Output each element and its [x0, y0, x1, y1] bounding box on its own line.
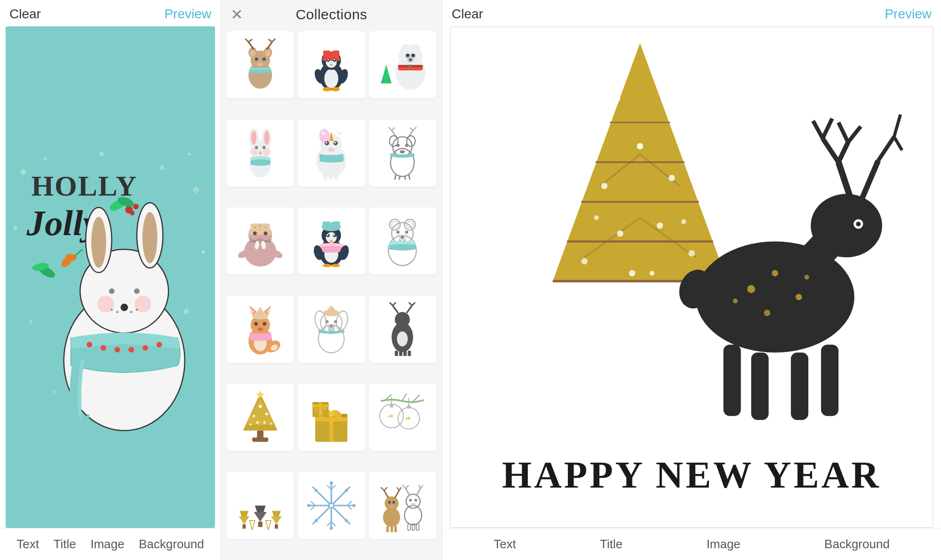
svg-point-136 [397, 144, 400, 147]
svg-point-231 [263, 421, 266, 424]
svg-rect-220 [395, 351, 398, 356]
svg-rect-322 [408, 524, 411, 530]
svg-line-315 [406, 485, 409, 489]
svg-rect-67 [250, 68, 271, 70]
svg-point-243 [329, 411, 334, 417]
collection-item-trees-row[interactable] [227, 472, 294, 539]
left-image-button[interactable]: Image [90, 537, 124, 552]
collections-header: ✕ Collections [221, 0, 442, 27]
collection-item-reindeer[interactable] [227, 31, 294, 98]
svg-line-314 [402, 485, 406, 489]
svg-point-289 [330, 481, 333, 485]
svg-line-61 [272, 39, 276, 42]
svg-point-176 [331, 264, 340, 268]
svg-text:HAPPY NEW YEAR: HAPPY NEW YEAR [502, 454, 881, 496]
collection-item-penguin2[interactable] [298, 207, 365, 275]
svg-point-64 [263, 58, 266, 61]
left-text-button[interactable]: Text [16, 537, 39, 552]
collection-item-snowflake[interactable] [298, 472, 365, 539]
collection-item-gifts[interactable] [298, 384, 365, 451]
svg-point-92 [406, 54, 409, 57]
collection-item-rabbit[interactable] [227, 119, 294, 187]
svg-point-320 [415, 499, 417, 502]
svg-marker-262 [239, 516, 250, 524]
svg-point-197 [263, 322, 267, 326]
svg-text:❄: ❄ [13, 225, 18, 232]
svg-line-300 [381, 487, 384, 490]
svg-rect-308 [386, 526, 389, 532]
collection-item-deer2[interactable] [369, 296, 436, 363]
close-button[interactable]: ✕ [231, 7, 243, 22]
svg-point-33 [120, 304, 128, 311]
collection-item-polar-bear[interactable] [369, 207, 436, 275]
svg-line-142 [409, 174, 410, 180]
svg-point-306 [392, 501, 395, 504]
svg-point-373 [856, 221, 861, 226]
svg-line-219 [409, 302, 412, 306]
svg-point-367 [772, 270, 778, 276]
right-preview-button[interactable]: Preview [885, 7, 932, 22]
svg-point-291 [307, 504, 311, 507]
left-clear-button[interactable]: Clear [9, 7, 41, 22]
svg-point-229 [265, 413, 268, 416]
svg-point-138 [400, 150, 405, 153]
left-background-button[interactable]: Background [139, 537, 204, 552]
svg-point-56 [265, 50, 271, 57]
svg-point-69 [325, 69, 339, 88]
svg-point-30 [143, 212, 158, 263]
right-image-button[interactable]: Image [707, 537, 741, 552]
svg-point-147 [253, 231, 257, 235]
collection-item-deer[interactable] [369, 119, 436, 187]
svg-rect-125 [334, 174, 338, 180]
right-background-button[interactable]: Background [824, 537, 890, 552]
right-title-button[interactable]: Title [600, 537, 622, 552]
svg-point-109 [259, 151, 262, 155]
collections-grid: ✦ ✦ [221, 27, 442, 560]
svg-text:✦: ✦ [405, 417, 408, 421]
svg-point-198 [258, 327, 263, 331]
right-clear-button[interactable]: Clear [452, 7, 483, 22]
svg-point-340 [617, 230, 623, 237]
svg-point-120 [326, 142, 327, 143]
left-panel: Clear Preview ❄ ❄ ❄ ❄ ❄ ❄ ❄ ❄ ❄ ❄ ❄ ❄ HO… [0, 0, 221, 560]
svg-point-336 [612, 95, 620, 103]
svg-point-167 [329, 218, 334, 222]
svg-rect-166 [323, 221, 340, 229]
svg-point-312 [406, 494, 420, 508]
collection-item-walrus[interactable] [227, 207, 294, 275]
collection-item-fox[interactable] [227, 296, 294, 363]
svg-point-228 [253, 415, 255, 418]
svg-text:❄: ❄ [183, 307, 190, 316]
svg-line-316 [416, 488, 421, 496]
left-title-button[interactable]: Title [53, 537, 76, 552]
svg-point-65 [258, 63, 263, 66]
collection-item-dog[interactable] [298, 296, 365, 363]
svg-point-274 [275, 509, 278, 511]
collection-item-ornaments[interactable]: ✦ ✦ [369, 384, 436, 451]
collection-item-penguin[interactable] [298, 31, 365, 98]
left-preview-button[interactable]: Preview [164, 7, 211, 22]
svg-line-59 [248, 39, 252, 42]
svg-point-148 [264, 231, 268, 235]
collection-item-reindeer2[interactable] [369, 472, 436, 539]
right-text-button[interactable]: Text [494, 537, 516, 552]
svg-point-368 [796, 294, 802, 300]
collection-item-unicorn[interactable] [298, 119, 365, 187]
svg-point-111 [263, 148, 271, 156]
svg-point-41 [101, 345, 106, 351]
svg-point-232 [250, 424, 252, 426]
svg-point-16 [133, 204, 139, 209]
svg-point-296 [315, 519, 318, 522]
svg-marker-268 [271, 516, 282, 524]
svg-rect-222 [404, 351, 407, 356]
svg-line-133 [410, 127, 413, 130]
svg-point-343 [688, 250, 694, 256]
svg-rect-253 [390, 404, 393, 408]
collection-item-bear-scarf[interactable] [369, 31, 436, 98]
svg-point-170 [327, 234, 328, 236]
svg-point-295 [345, 489, 348, 492]
svg-point-369 [764, 310, 770, 316]
svg-point-213 [395, 312, 410, 327]
collection-item-tree[interactable] [227, 384, 294, 451]
svg-rect-223 [408, 351, 411, 356]
